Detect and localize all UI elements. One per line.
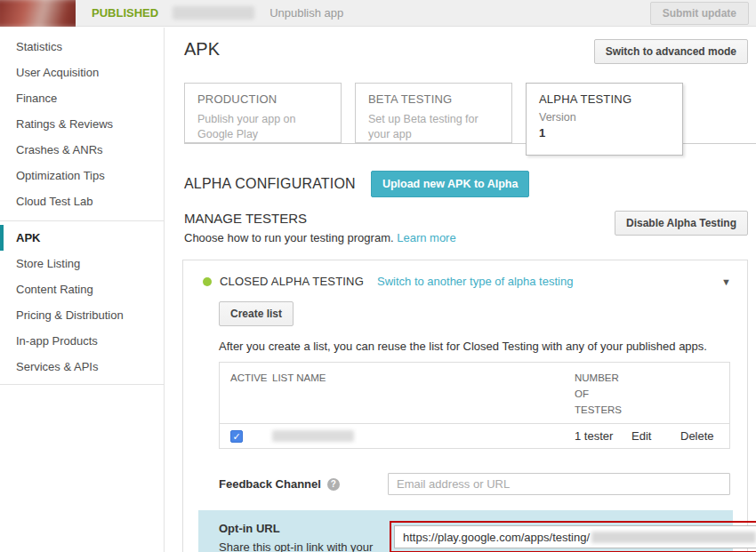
column-header-number-of-testers: NUMBER OF TESTERS <box>575 371 631 418</box>
tab-alpha-version-value: 1 <box>539 126 670 140</box>
main-content: APK Switch to advanced mode PRODUCTION P… <box>165 28 756 552</box>
create-list-button[interactable]: Create list <box>219 301 294 326</box>
upload-apk-alpha-button[interactable]: Upload new APK to Alpha <box>371 171 530 197</box>
column-header-spacer-delete <box>680 371 720 418</box>
tab-beta-description: Set up Beta testing for your app <box>368 112 488 142</box>
sidebar-item-services-apis[interactable]: Services & APIs <box>0 354 164 380</box>
list-name-redacted <box>272 430 354 442</box>
main-header: APK Switch to advanced mode <box>165 28 756 64</box>
opt-in-url-description: Share this opt-in link with your testers… <box>219 540 379 552</box>
closed-alpha-panel: CLOSED ALPHA TESTING Switch to another t… <box>182 260 748 552</box>
sidebar-item-cloud-test-lab[interactable]: Cloud Test Lab <box>0 188 164 214</box>
play-console-screen: PUBLISHED Unpublish app Submit update St… <box>0 0 756 552</box>
closed-alpha-title: CLOSED ALPHA TESTING <box>220 275 364 288</box>
app-name-redacted <box>173 6 254 20</box>
sidebar-item-ratings-reviews[interactable]: Ratings & Reviews <box>0 111 164 137</box>
tab-alpha-testing[interactable]: ALPHA TESTING Version 1 <box>526 83 683 156</box>
opt-in-url-value: https://play.google.com/apps/testing/ <box>403 531 590 544</box>
delete-list-link[interactable]: Delete <box>680 429 714 443</box>
manage-testers-subtitle: Choose how to run your testing program. … <box>184 231 456 244</box>
learn-more-link[interactable]: Learn more <box>397 231 455 244</box>
sidebar-item-store-listing[interactable]: Store Listing <box>0 251 164 276</box>
sidebar-item-optimization-tips[interactable]: Optimization Tips <box>0 163 164 188</box>
sidebar-group-store: APK Store Listing Content Rating Pricing… <box>0 220 164 385</box>
sidebar: Statistics User Acquisition Finance Rati… <box>0 28 165 552</box>
sidebar-item-statistics[interactable]: Statistics <box>0 34 164 60</box>
closed-alpha-panel-header: CLOSED ALPHA TESTING Switch to another t… <box>183 260 747 288</box>
switch-alpha-type-link[interactable]: Switch to another type of alpha testing <box>377 275 573 288</box>
column-header-spacer-edit <box>631 371 680 418</box>
tester-lists-table: ACTIVE LIST NAME NUMBER OF TESTERS ✓ 1 t… <box>219 362 730 449</box>
red-highlight-annotation: https://play.google.com/apps/testing/ <box>390 521 756 552</box>
opt-in-url-section: Opt-in URL Share this opt-in link with y… <box>198 510 733 552</box>
tab-production-description: Publish your app on Google Play <box>197 112 318 142</box>
column-header-active: ACTIVE <box>230 371 272 418</box>
disable-alpha-testing-button[interactable]: Disable Alpha Testing <box>615 211 748 236</box>
tab-production[interactable]: PRODUCTION Publish your app on Google Pl… <box>184 83 342 143</box>
help-icon[interactable]: ? <box>327 478 340 491</box>
sidebar-item-apk[interactable]: APK <box>0 225 164 251</box>
opt-in-url-label: Opt-in URL <box>219 522 390 535</box>
manage-testers-title: MANAGE TESTERS <box>184 211 456 226</box>
column-header-list-name: LIST NAME <box>272 371 575 418</box>
feedback-channel-label: Feedback Channel <box>219 477 321 491</box>
edit-list-link[interactable]: Edit <box>631 429 651 443</box>
manage-testers-section: MANAGE TESTERS Choose how to run your te… <box>184 211 748 244</box>
app-icon <box>0 0 76 27</box>
unpublish-app-link[interactable]: Unpublish app <box>269 6 343 20</box>
opt-in-url-input[interactable]: https://play.google.com/apps/testing/ <box>394 525 756 548</box>
sidebar-item-content-rating[interactable]: Content Rating <box>0 276 164 302</box>
alpha-configuration-header: ALPHA CONFIGURATION Upload new APK to Al… <box>184 171 756 197</box>
sidebar-group-app: Statistics User Acquisition Finance Rati… <box>0 28 164 220</box>
testers-count: 1 tester <box>575 429 631 443</box>
active-checkbox[interactable]: ✓ <box>230 430 243 443</box>
table-row: ✓ 1 tester Edit Delete <box>220 423 729 448</box>
tab-alpha-label: ALPHA TESTING <box>539 92 670 106</box>
feedback-channel-input[interactable] <box>388 473 730 495</box>
published-status-badge: PUBLISHED <box>92 6 158 20</box>
manage-testers-subtitle-text: Choose how to run your testing program. <box>184 231 394 244</box>
alpha-configuration-title: ALPHA CONFIGURATION <box>184 176 356 192</box>
sidebar-item-crashes-anrs[interactable]: Crashes & ANRs <box>0 137 164 163</box>
track-tabs: PRODUCTION Publish your app on Google Pl… <box>184 83 756 156</box>
tab-production-label: PRODUCTION <box>197 92 328 106</box>
sidebar-item-user-acquisition[interactable]: User Acquisition <box>0 60 164 85</box>
page-title: APK <box>184 39 220 60</box>
opt-in-url-redacted <box>591 532 756 543</box>
table-header-row: ACTIVE LIST NAME NUMBER OF TESTERS <box>220 363 729 423</box>
switch-advanced-mode-button[interactable]: Switch to advanced mode <box>594 39 748 64</box>
submit-update-button[interactable]: Submit update <box>650 2 749 25</box>
status-dot-icon <box>203 277 212 286</box>
tab-beta-label: BETA TESTING <box>368 92 499 106</box>
sidebar-item-finance[interactable]: Finance <box>0 85 164 111</box>
top-bar: PUBLISHED Unpublish app Submit update <box>0 0 756 27</box>
feedback-channel-row: Feedback Channel ? <box>219 473 730 495</box>
sidebar-item-in-app-products[interactable]: In-app Products <box>0 328 164 354</box>
tab-beta-testing[interactable]: BETA TESTING Set up Beta testing for you… <box>355 83 512 143</box>
chevron-down-icon[interactable]: ▼ <box>721 276 731 287</box>
tab-alpha-version-label: Version <box>539 111 670 124</box>
sidebar-item-pricing-distribution[interactable]: Pricing & Distribution <box>0 302 164 328</box>
reuse-list-note: After you create a list, you can reuse t… <box>219 340 747 353</box>
